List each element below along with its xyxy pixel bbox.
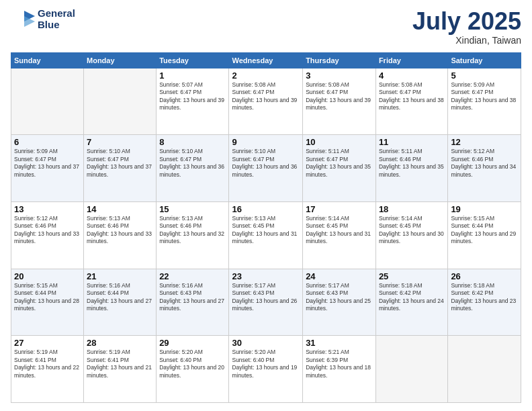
calendar-header-wednesday: Wednesday [229, 52, 303, 68]
calendar-cell: 26Sunrise: 5:18 AMSunset: 6:42 PMDayligh… [448, 269, 521, 336]
page: General Blue July 2025 Xindian, Taiwan S… [0, 0, 532, 411]
calendar-cell: 10Sunrise: 5:11 AMSunset: 6:47 PMDayligh… [303, 135, 376, 202]
day-info: Sunrise: 5:13 AMSunset: 6:45 PMDaylight:… [232, 215, 300, 246]
calendar-week-5: 27Sunrise: 5:19 AMSunset: 6:41 PMDayligh… [11, 336, 521, 403]
day-number: 23 [232, 271, 300, 281]
calendar-cell: 3Sunrise: 5:08 AMSunset: 6:47 PMDaylight… [303, 68, 376, 135]
calendar-header-row: SundayMondayTuesdayWednesdayThursdayFrid… [11, 52, 521, 68]
calendar-cell: 1Sunrise: 5:07 AMSunset: 6:47 PMDaylight… [157, 68, 229, 135]
day-number: 24 [306, 271, 373, 281]
calendar-header-saturday: Saturday [448, 52, 521, 68]
calendar-cell [11, 68, 84, 135]
header: General Blue July 2025 Xindian, Taiwan [11, 8, 521, 46]
day-number: 14 [87, 204, 153, 214]
day-info: Sunrise: 5:14 AMSunset: 6:45 PMDaylight:… [379, 215, 445, 246]
calendar-header-thursday: Thursday [303, 52, 376, 68]
day-info: Sunrise: 5:12 AMSunset: 6:46 PMDaylight:… [451, 148, 518, 179]
day-number: 22 [159, 271, 226, 281]
day-number: 30 [232, 338, 300, 348]
day-info: Sunrise: 5:18 AMSunset: 6:42 PMDaylight:… [451, 282, 518, 313]
calendar-cell: 2Sunrise: 5:08 AMSunset: 6:47 PMDaylight… [229, 68, 303, 135]
calendar-cell: 31Sunrise: 5:21 AMSunset: 6:39 PMDayligh… [303, 336, 376, 403]
calendar-week-4: 20Sunrise: 5:15 AMSunset: 6:44 PMDayligh… [11, 269, 521, 336]
day-number: 5 [451, 71, 518, 81]
month-title: July 2025 [412, 8, 521, 35]
day-info: Sunrise: 5:13 AMSunset: 6:46 PMDaylight:… [87, 215, 153, 246]
calendar-cell: 18Sunrise: 5:14 AMSunset: 6:45 PMDayligh… [375, 201, 447, 269]
day-info: Sunrise: 5:11 AMSunset: 6:46 PMDaylight:… [379, 148, 445, 179]
calendar-cell: 22Sunrise: 5:16 AMSunset: 6:43 PMDayligh… [157, 269, 229, 336]
logo-icon [11, 9, 35, 30]
day-info: Sunrise: 5:18 AMSunset: 6:42 PMDaylight:… [379, 282, 445, 313]
day-number: 3 [306, 71, 373, 81]
svg-rect-0 [11, 9, 35, 30]
day-info: Sunrise: 5:08 AMSunset: 6:47 PMDaylight:… [306, 81, 373, 112]
day-info: Sunrise: 5:08 AMSunset: 6:47 PMDaylight:… [379, 81, 445, 112]
day-number: 9 [232, 137, 300, 147]
day-number: 20 [14, 271, 81, 281]
calendar-cell: 30Sunrise: 5:20 AMSunset: 6:40 PMDayligh… [229, 336, 303, 403]
calendar-header-friday: Friday [375, 52, 447, 68]
day-info: Sunrise: 5:14 AMSunset: 6:45 PMDaylight:… [306, 215, 373, 246]
day-info: Sunrise: 5:20 AMSunset: 6:40 PMDaylight:… [232, 349, 300, 379]
day-info: Sunrise: 5:21 AMSunset: 6:39 PMDaylight:… [306, 349, 373, 379]
day-info: Sunrise: 5:11 AMSunset: 6:47 PMDaylight:… [306, 148, 373, 179]
calendar-cell: 9Sunrise: 5:10 AMSunset: 6:47 PMDaylight… [229, 135, 303, 202]
calendar-cell: 4Sunrise: 5:08 AMSunset: 6:47 PMDaylight… [375, 68, 447, 135]
day-number: 2 [232, 71, 300, 81]
calendar-cell: 12Sunrise: 5:12 AMSunset: 6:46 PMDayligh… [448, 135, 521, 202]
calendar-week-2: 6Sunrise: 5:09 AMSunset: 6:47 PMDaylight… [11, 135, 521, 202]
day-info: Sunrise: 5:16 AMSunset: 6:43 PMDaylight:… [159, 282, 226, 313]
calendar-cell: 23Sunrise: 5:17 AMSunset: 6:43 PMDayligh… [229, 269, 303, 336]
calendar-cell: 20Sunrise: 5:15 AMSunset: 6:44 PMDayligh… [11, 269, 84, 336]
day-number: 17 [306, 204, 373, 214]
day-number: 25 [379, 271, 445, 281]
day-number: 4 [379, 71, 445, 81]
day-number: 31 [306, 338, 373, 348]
day-number: 11 [379, 137, 445, 147]
day-info: Sunrise: 5:19 AMSunset: 6:41 PMDaylight:… [14, 349, 81, 379]
calendar-cell: 6Sunrise: 5:09 AMSunset: 6:47 PMDaylight… [11, 135, 84, 202]
day-number: 1 [159, 71, 226, 81]
day-number: 21 [87, 271, 153, 281]
day-info: Sunrise: 5:15 AMSunset: 6:44 PMDaylight:… [14, 282, 81, 313]
day-number: 7 [87, 137, 153, 147]
calendar-cell: 15Sunrise: 5:13 AMSunset: 6:46 PMDayligh… [157, 201, 229, 269]
subtitle: Xindian, Taiwan [412, 35, 521, 46]
calendar-cell: 17Sunrise: 5:14 AMSunset: 6:45 PMDayligh… [303, 201, 376, 269]
calendar-cell: 8Sunrise: 5:10 AMSunset: 6:47 PMDaylight… [157, 135, 229, 202]
day-info: Sunrise: 5:19 AMSunset: 6:41 PMDaylight:… [87, 349, 153, 379]
calendar-cell: 13Sunrise: 5:12 AMSunset: 6:46 PMDayligh… [11, 201, 84, 269]
day-number: 8 [159, 137, 226, 147]
title-block: July 2025 Xindian, Taiwan [412, 8, 521, 46]
calendar-header-tuesday: Tuesday [157, 52, 229, 68]
day-number: 19 [451, 204, 518, 214]
day-number: 10 [306, 137, 373, 147]
logo-text: General Blue [38, 8, 75, 30]
calendar-header-sunday: Sunday [11, 52, 84, 68]
calendar-cell: 11Sunrise: 5:11 AMSunset: 6:46 PMDayligh… [375, 135, 447, 202]
day-number: 15 [159, 204, 226, 214]
day-info: Sunrise: 5:16 AMSunset: 6:44 PMDaylight:… [87, 282, 153, 313]
day-number: 6 [14, 137, 81, 147]
calendar-cell: 5Sunrise: 5:09 AMSunset: 6:47 PMDaylight… [448, 68, 521, 135]
day-number: 29 [159, 338, 226, 348]
day-info: Sunrise: 5:07 AMSunset: 6:47 PMDaylight:… [159, 81, 226, 112]
day-number: 13 [14, 204, 81, 214]
calendar-cell: 7Sunrise: 5:10 AMSunset: 6:47 PMDaylight… [84, 135, 157, 202]
day-info: Sunrise: 5:08 AMSunset: 6:47 PMDaylight:… [232, 81, 300, 112]
day-info: Sunrise: 5:09 AMSunset: 6:47 PMDaylight:… [14, 148, 81, 179]
calendar-cell [84, 68, 157, 135]
calendar-header-monday: Monday [84, 52, 157, 68]
day-info: Sunrise: 5:10 AMSunset: 6:47 PMDaylight:… [87, 148, 153, 179]
day-info: Sunrise: 5:17 AMSunset: 6:43 PMDaylight:… [306, 282, 373, 313]
calendar-cell [448, 336, 521, 403]
day-info: Sunrise: 5:13 AMSunset: 6:46 PMDaylight:… [159, 215, 226, 246]
day-number: 27 [14, 338, 81, 348]
calendar-cell: 28Sunrise: 5:19 AMSunset: 6:41 PMDayligh… [84, 336, 157, 403]
calendar-cell: 29Sunrise: 5:20 AMSunset: 6:40 PMDayligh… [157, 336, 229, 403]
calendar-cell: 19Sunrise: 5:15 AMSunset: 6:44 PMDayligh… [448, 201, 521, 269]
calendar-cell [375, 336, 447, 403]
calendar-cell: 21Sunrise: 5:16 AMSunset: 6:44 PMDayligh… [84, 269, 157, 336]
day-info: Sunrise: 5:10 AMSunset: 6:47 PMDaylight:… [232, 148, 300, 179]
